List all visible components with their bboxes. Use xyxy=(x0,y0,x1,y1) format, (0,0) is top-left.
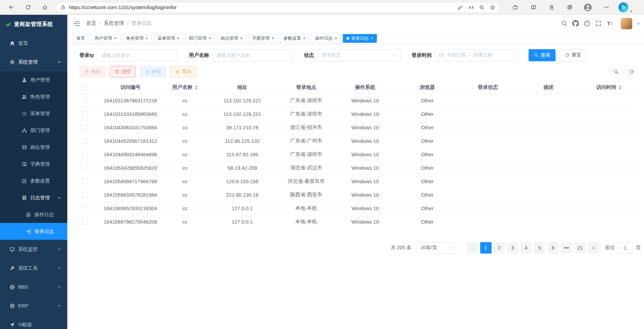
favorite-star-icon[interactable] xyxy=(490,5,495,10)
tab-close-icon[interactable]: × xyxy=(146,36,148,40)
export-button[interactable]: 导出 xyxy=(170,66,196,77)
tab-dict-management[interactable]: 字典管理× xyxy=(248,34,278,43)
sidebar-group-erp[interactable]: ERP xyxy=(0,296,67,315)
sort-icons[interactable] xyxy=(618,85,622,90)
user-avatar[interactable] xyxy=(621,18,632,29)
sidebar-item-home[interactable]: 首页 xyxy=(0,34,67,53)
sidebar-group-system-management[interactable]: 系统管理 xyxy=(0,53,67,71)
tab-user-management[interactable]: 用户管理× xyxy=(91,34,120,43)
row-checkbox[interactable] xyxy=(82,111,88,117)
fullscreen-icon[interactable] xyxy=(595,20,602,27)
breadcrumb-home[interactable]: 首页 xyxy=(86,20,96,27)
password-key-icon[interactable] xyxy=(458,5,463,10)
date-range-picker[interactable]: 开始日期 - 结束日期 xyxy=(435,49,518,61)
page-button-5[interactable]: 5 xyxy=(534,242,545,254)
page-button-6[interactable]: 6 xyxy=(547,242,559,254)
prev-page-button[interactable]: ‹ xyxy=(467,242,478,254)
page-button-2[interactable]: 2 xyxy=(494,242,505,254)
sidebar-toggle-icon[interactable] xyxy=(73,20,80,27)
sidebar-item-login-log[interactable]: 登录日志 xyxy=(0,223,67,240)
favorites-icon[interactable] xyxy=(546,2,557,13)
sidebar-group-system-tools[interactable]: 系统工具 xyxy=(0,259,67,277)
browser-refresh-icon[interactable] xyxy=(22,2,34,13)
delete-button[interactable]: 删除 xyxy=(79,66,106,77)
login-ip-input[interactable] xyxy=(97,49,178,61)
page-size-select[interactable]: 10条/页 xyxy=(417,242,459,254)
text-size-icon[interactable]: TT xyxy=(607,20,613,27)
page-button-4[interactable]: 4 xyxy=(521,242,532,254)
select-all-checkbox[interactable] xyxy=(82,85,88,91)
sidebar-item-dept-management[interactable]: 部门管理 xyxy=(0,122,67,139)
page-button-3[interactable]: 3 xyxy=(507,242,518,254)
tab-login-log[interactable]: 登录日志× xyxy=(343,34,377,43)
tab-role-management[interactable]: 角色管理× xyxy=(122,34,152,43)
header-search-icon[interactable] xyxy=(561,20,567,27)
browser-home-icon[interactable] xyxy=(39,2,50,13)
tab-menu-management[interactable]: 菜单管理× xyxy=(154,34,183,43)
sidebar-item-menu-management[interactable]: 菜单管理 xyxy=(0,105,67,122)
tab-close-icon[interactable]: × xyxy=(209,36,211,40)
sidebar-item-param-settings[interactable]: 参数设置 xyxy=(0,172,67,189)
tab-param-settings[interactable]: 参数设置× xyxy=(280,34,310,43)
sidebar-group-system-monitor[interactable]: 系统监控 xyxy=(0,240,67,259)
zoom-out-icon[interactable] xyxy=(479,5,485,10)
unlock-button[interactable]: 解锁 xyxy=(140,66,166,77)
row-checkbox[interactable] xyxy=(82,98,88,103)
url-text[interactable]: https://ccnetcore.com:1101/system/log/lo… xyxy=(69,4,452,10)
collections-icon[interactable] xyxy=(564,2,575,13)
search-button[interactable]: 搜索 xyxy=(529,49,556,61)
tab-close-icon[interactable]: × xyxy=(177,36,180,40)
sort-icons[interactable] xyxy=(194,85,198,90)
read-aloud-icon[interactable]: A xyxy=(468,5,474,10)
tab-close-icon[interactable]: × xyxy=(334,36,337,40)
row-checkbox[interactable] xyxy=(82,138,88,144)
help-question-icon[interactable]: ? xyxy=(584,20,590,27)
copilot-caret-icon[interactable]: ▾ xyxy=(630,9,632,13)
tab-close-icon[interactable]: × xyxy=(272,36,274,40)
tab-close-icon[interactable]: × xyxy=(371,36,373,40)
col-access-time[interactable]: 访问时间 xyxy=(579,81,639,94)
avatar-caret-icon[interactable]: ▾ xyxy=(637,21,639,26)
user-name-input[interactable] xyxy=(212,49,293,61)
page-ellipsis[interactable]: ••• xyxy=(561,242,572,254)
tab-post-management[interactable]: 岗位管理× xyxy=(217,34,246,43)
sidebar-item-operation-log[interactable]: 操作日志 xyxy=(0,206,67,223)
toggle-search-icon[interactable] xyxy=(610,66,622,77)
row-checkbox[interactable] xyxy=(82,152,88,157)
tab-close-icon[interactable]: × xyxy=(240,36,243,40)
browser-profile-avatar[interactable] xyxy=(582,2,594,13)
extensions-puzzle-icon[interactable] xyxy=(509,2,521,13)
row-checkbox[interactable] xyxy=(82,125,88,130)
sidebar-item-yi-framework[interactable]: Yi框架 xyxy=(0,315,67,329)
site-info-lock-icon[interactable] xyxy=(61,5,66,10)
sidebar-item-dict-management[interactable]: 字典管理 xyxy=(0,156,67,172)
browser-back-icon[interactable] xyxy=(5,2,17,13)
row-checkbox[interactable] xyxy=(82,165,88,171)
url-bar[interactable]: https://ccnetcore.com:1101/system/log/lo… xyxy=(56,2,500,13)
reset-button[interactable]: 重置 xyxy=(560,49,586,61)
sidebar-item-user-management[interactable]: 用户管理 xyxy=(0,71,67,88)
tab-close-icon[interactable]: × xyxy=(114,36,117,40)
refresh-table-icon[interactable] xyxy=(626,66,637,77)
clear-button[interactable]: 清空 xyxy=(110,66,136,77)
sidebar-group-bbs[interactable]: BBS xyxy=(0,277,67,296)
split-screen-icon[interactable] xyxy=(528,2,539,13)
row-checkbox[interactable] xyxy=(82,219,88,225)
tab-dept-management[interactable]: 部门管理× xyxy=(185,34,215,43)
sidebar-item-post-management[interactable]: 岗位管理 xyxy=(0,139,67,156)
tab-home[interactable]: 首页 xyxy=(73,34,89,43)
tab-operation-log[interactable]: 操作日志× xyxy=(311,34,341,43)
page-button-21[interactable]: 21 xyxy=(574,242,586,254)
row-checkbox[interactable] xyxy=(82,178,88,184)
sidebar-group-log-management[interactable]: 日志管理 xyxy=(0,189,67,206)
status-select[interactable]: 登录状态 xyxy=(317,49,401,61)
copilot-bing-icon[interactable]: b▾ xyxy=(618,2,629,12)
goto-page-input[interactable] xyxy=(618,242,633,254)
app-logo[interactable]: 意框架管理系统 xyxy=(0,15,67,34)
row-checkbox[interactable] xyxy=(82,192,88,198)
github-icon[interactable] xyxy=(572,20,579,27)
sidebar-item-role-management[interactable]: 角色管理 xyxy=(0,88,67,105)
next-page-button[interactable]: › xyxy=(588,242,599,254)
tab-close-icon[interactable]: × xyxy=(303,36,306,40)
col-user-name[interactable]: 用户名称 xyxy=(165,81,205,94)
